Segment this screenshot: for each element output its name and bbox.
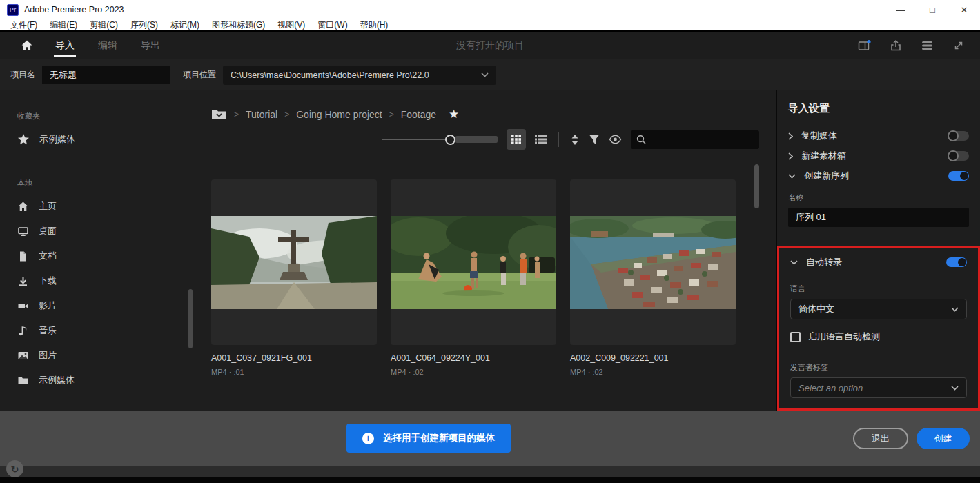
exit-button[interactable]: 退出 [853,428,908,449]
menu-markers[interactable]: 标记(M) [164,19,206,31]
language-dropdown[interactable]: 简体中文 [790,299,967,319]
sequence-name-input[interactable]: 序列 01 [788,208,969,227]
sort-button[interactable] [570,134,580,146]
project-location-dropdown[interactable]: C:\Users\mae\Documents\Adobe\Premiere Pr… [223,66,496,85]
breadcrumb-tutorial[interactable]: Tutorial [246,109,277,120]
breadcrumb-going-home-project[interactable]: Going Home project [296,109,382,120]
menu-window[interactable]: 窗口(W) [311,19,353,31]
sidebar-item-desktop[interactable]: 桌面 [0,219,200,244]
breadcrumb-separator: > [389,110,394,119]
breadcrumb-separator: > [234,110,239,119]
new-bin-row[interactable]: 新建素材箱 [777,146,980,166]
image-icon [17,350,29,362]
fullscreen-icon[interactable] [952,39,965,52]
folder-dropdown-icon[interactable] [211,108,227,120]
chevron-down-icon [481,72,489,77]
premiere-logo-icon: Pr [7,4,19,16]
media-item: A002_C009_092221_001 MP4 · :02 [570,179,736,376]
sidebar-item-documents[interactable]: 文档 [0,244,200,268]
new-bin-toggle[interactable] [948,151,969,161]
speaker-dropdown[interactable]: Select an option [790,377,967,398]
sort-icon [570,134,580,146]
menu-help[interactable]: 帮助(H) [354,19,395,31]
sidebar-item-music[interactable]: 音乐 [0,318,200,343]
premiere-window: Pr Adobe Premiere Pro 2023 — □ ✕ 文件(F) 编… [0,0,980,483]
sidebar-section-local: 本地 [17,178,200,188]
app-header: 导入 编辑 导出 没有打开的项目 [0,32,980,59]
tab-export[interactable]: 导出 [141,32,160,59]
copy-media-row[interactable]: 复制媒体 [777,126,980,146]
thumbnail-size-slider[interactable] [382,135,498,145]
create-sequence-toggle[interactable] [948,171,969,181]
menu-file[interactable]: 文件(F) [4,19,43,31]
media-thumbnail-soccer[interactable] [391,179,556,345]
sync-icon[interactable]: ↻ [6,460,23,477]
document-icon [17,250,29,262]
auto-transcribe-toggle[interactable] [946,257,967,267]
menu-edit[interactable]: 编辑(E) [43,19,84,31]
maximize-button[interactable]: □ [917,0,948,19]
search-box[interactable] [631,130,759,149]
preview-button[interactable] [609,135,622,144]
menu-graphics[interactable]: 图形和标题(G) [206,19,271,31]
download-icon [17,275,29,287]
sidebar: 收藏夹 示例媒体 本地 主页 桌面 文档 下载 [0,90,200,411]
file-meta: MP4 · :01 [211,368,377,376]
panel-title: 导入设置 [777,90,980,126]
auto-detect-checkbox[interactable] [790,332,801,342]
sidebar-item-label: 桌面 [39,225,57,237]
menu-clip[interactable]: 剪辑(C) [84,19,124,31]
project-name-label: 项目名 [10,69,35,81]
new-bin-label: 新建素材箱 [801,150,846,162]
sidebar-item-sample-media[interactable]: 示例媒体 [0,368,200,393]
project-name-input[interactable] [42,66,170,84]
tab-edit[interactable]: 编辑 [98,32,117,59]
breadcrumb-footage[interactable]: Footage [401,109,436,120]
stack-settings-icon[interactable] [921,39,934,52]
media-browser: > Tutorial > Going Home project > Footag… [200,90,776,411]
file-name: A001_C037_0921FG_001 [211,353,377,363]
create-button[interactable]: 创建 [917,428,970,449]
list-view-icon [535,134,547,145]
minimize-button[interactable]: — [885,0,917,19]
sidebar-item-sample-media-favorite[interactable]: 示例媒体 [0,127,200,152]
sidebar-item-downloads[interactable]: 下载 [0,268,200,293]
file-name: A002_C009_092221_001 [570,353,736,363]
home-icon [21,39,33,52]
menu-bar: 文件(F) 编辑(E) 剪辑(C) 序列(S) 标记(M) 图形和标题(G) 视… [0,19,980,32]
media-thumbnail-cross-monument[interactable] [211,179,377,345]
eye-icon [609,135,622,144]
list-view-button[interactable] [535,134,547,145]
media-thumbnail-aerial-town[interactable] [570,179,736,345]
home-button[interactable] [21,39,33,52]
toolbar-divider [558,132,559,147]
sidebar-item-label: 文档 [39,250,57,262]
sidebar-scrollbar[interactable] [188,289,193,348]
search-input[interactable] [651,135,754,144]
close-button[interactable]: ✕ [948,0,980,19]
grid-view-button[interactable] [507,129,526,150]
create-sequence-row[interactable]: 创建新序列 [777,166,980,186]
sidebar-item-label: 图片 [39,349,57,362]
sidebar-item-movies[interactable]: 影片 [0,293,200,318]
home-icon [17,201,29,213]
workspace-icon[interactable] [858,39,871,52]
import-settings-panel: 导入设置 复制媒体 新建素材箱 创建新序列 名称 序列 01 [776,90,980,411]
filter-button[interactable] [589,134,600,145]
content-scrollbar[interactable] [754,164,759,208]
copy-media-toggle[interactable] [948,131,969,141]
sidebar-item-pictures[interactable]: 图片 [0,343,200,368]
sidebar-section-favorites: 收藏夹 [17,111,200,121]
tab-import[interactable]: 导入 [55,32,75,59]
share-export-icon[interactable] [890,39,902,52]
menu-view[interactable]: 视图(V) [271,19,311,31]
file-meta: MP4 · :02 [570,368,736,376]
favorite-star-icon[interactable]: ★ [449,107,459,121]
auto-detect-row[interactable]: 启用语言自动检测 [790,331,967,343]
auto-transcribe-row[interactable]: 自动转录 [779,248,978,277]
sidebar-item-home[interactable]: 主页 [0,194,200,219]
menu-sequence[interactable]: 序列(S) [124,19,164,31]
video-frame [391,216,556,309]
slider-handle[interactable] [445,135,455,145]
project-location-value: C:\Users\mae\Documents\Adobe\Premiere Pr… [231,70,429,80]
